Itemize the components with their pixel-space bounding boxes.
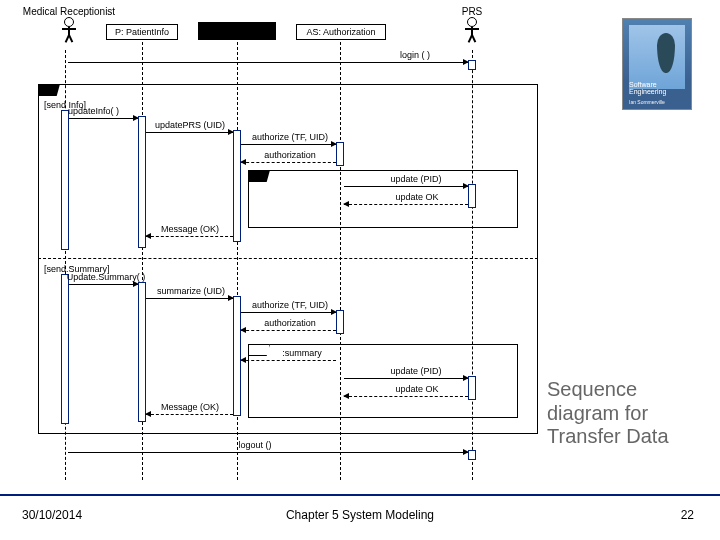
msg-updateprs1: updatePRS (UID) xyxy=(146,120,234,130)
arrow-return xyxy=(146,414,233,415)
stick-figure-icon xyxy=(465,17,479,43)
activation-bar xyxy=(61,274,69,424)
activation-bar xyxy=(468,60,476,70)
activation-bar xyxy=(468,376,476,400)
msg-authorize2: authorize (TF, UID) xyxy=(244,300,336,310)
arrow xyxy=(146,132,233,133)
activation-bar xyxy=(336,310,344,334)
msg-summarize: summarize (UID) xyxy=(148,286,234,296)
arrow xyxy=(69,284,138,285)
activation-bar xyxy=(468,184,476,208)
arrow xyxy=(241,144,336,145)
arrow xyxy=(241,312,336,313)
arrow-return xyxy=(241,330,336,331)
arrow-return xyxy=(241,360,336,361)
activation-bar xyxy=(233,296,241,416)
sequence-diagram: Medical Receptionist PRS P: PatientInfo … xyxy=(20,10,560,485)
arrow xyxy=(146,298,233,299)
msg-updateok2: update OK xyxy=(382,384,452,394)
activation-bar xyxy=(233,130,241,242)
arrow-return xyxy=(146,236,233,237)
actor-prs: PRS xyxy=(452,6,492,43)
arrow-return xyxy=(344,204,468,205)
arrow xyxy=(344,378,468,379)
lifeline-patientinfo: P: PatientInfo xyxy=(106,24,178,40)
book-title: Software Engineering xyxy=(629,81,691,95)
fragment-operator xyxy=(248,344,270,356)
slide-caption: Sequence diagram for Transfer Data xyxy=(547,378,702,449)
book-cover: Software Engineering Ian Sommerville xyxy=(622,18,692,110)
book-photo xyxy=(629,25,685,89)
footer-chapter: Chapter 5 System Modeling xyxy=(0,508,720,522)
actor-label: PRS xyxy=(452,6,492,17)
book-author: Ian Sommerville xyxy=(629,99,665,105)
msg-messageok2: Message (OK) xyxy=(150,402,230,412)
msg-authorize1: authorize (TF, UID) xyxy=(244,132,336,142)
footer-page: 22 xyxy=(681,508,694,522)
arrow xyxy=(344,186,468,187)
arrow xyxy=(69,118,138,119)
msg-updateinfo: updateInfo( ) xyxy=(68,106,140,116)
fragment-divider xyxy=(38,258,538,259)
slide-footer: 30/10/2014 Chapter 5 System Modeling 22 xyxy=(0,494,720,540)
arrow-return xyxy=(241,162,336,163)
msg-updateok1: update OK xyxy=(382,192,452,202)
activation-bar xyxy=(138,116,146,248)
lifeline-authorization: AS: Authorization xyxy=(296,24,386,40)
msg-updatepid1: update (PID) xyxy=(376,174,456,184)
stick-figure-icon xyxy=(62,17,76,43)
activation-bar xyxy=(61,110,69,250)
arrow-return xyxy=(344,396,468,397)
msg-authorization1: authorization xyxy=(250,150,330,160)
msg-logout: logout () xyxy=(220,440,290,450)
msg-authorization2: authorization xyxy=(250,318,330,328)
msg-updatesummary: Update.Summary( ) xyxy=(60,272,152,282)
actor-label: Medical Receptionist xyxy=(14,6,124,17)
activation-bar xyxy=(336,142,344,166)
activation-bar xyxy=(468,450,476,460)
fragment-operator xyxy=(38,84,60,96)
fragment-operator xyxy=(248,170,270,182)
arrow xyxy=(68,62,468,63)
msg-messageok1: Message (OK) xyxy=(150,224,230,234)
msg-updatepid2: update (PID) xyxy=(376,366,456,376)
arrow xyxy=(68,452,468,453)
msg-summary: :summary xyxy=(272,348,332,358)
lifeline-blackbox xyxy=(198,22,276,40)
building-icon xyxy=(657,33,675,73)
msg-login: login ( ) xyxy=(380,50,450,60)
activation-bar xyxy=(138,282,146,422)
